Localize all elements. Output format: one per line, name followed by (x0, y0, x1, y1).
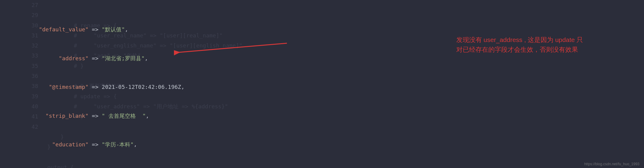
annotation-text: 发现没有 user_address , 这是因为 update 只 对已经存在的… (456, 35, 583, 54)
watermark-text: https://blog.csdn.net/fu_huo_1993 (584, 162, 639, 166)
output-row: "strip_blank" => " 去首尾空格 ", (0, 111, 400, 121)
output-row: "education" => "学历-本科", (0, 140, 400, 149)
output-row: "address" => "湖北省;罗田县", (0, 54, 400, 63)
output-row: "@timestamp" => 2021-05-12T02:42:06.196Z… (0, 82, 400, 92)
output-row: "default_value" => "默认值", (0, 25, 400, 34)
foreground-output: "default_value" => "默认值", "address" => "… (0, 5, 400, 168)
